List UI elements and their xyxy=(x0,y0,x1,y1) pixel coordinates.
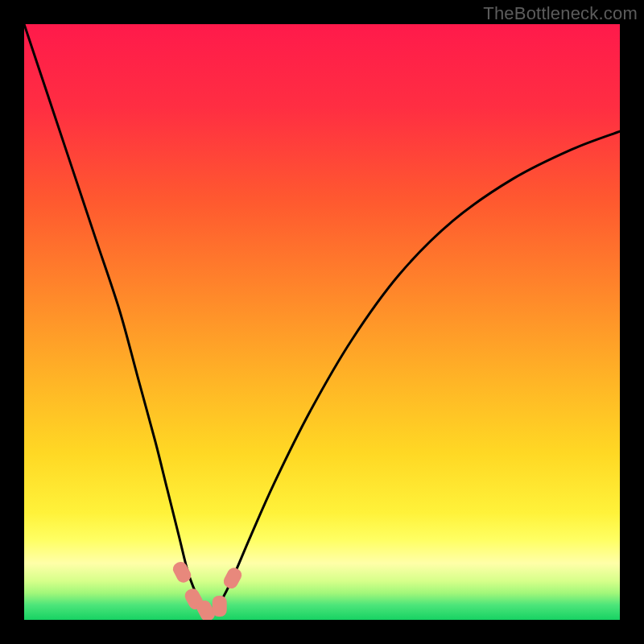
bottleneck-curve xyxy=(24,24,620,614)
curve-markers xyxy=(171,559,244,620)
outer-frame: TheBottleneck.com xyxy=(0,0,644,644)
curve-layer xyxy=(24,24,620,620)
watermark-text: TheBottleneck.com xyxy=(483,3,638,24)
curve-marker xyxy=(221,565,244,590)
curve-marker xyxy=(213,596,227,617)
plot-area xyxy=(24,24,620,620)
